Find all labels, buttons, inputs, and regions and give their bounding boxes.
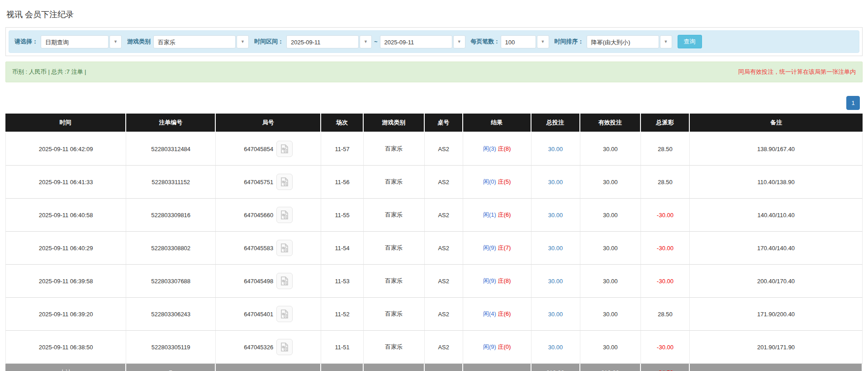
video-replay-button[interactable] xyxy=(276,174,293,190)
total-bet-link[interactable]: 30.00 xyxy=(548,311,563,318)
game-type-value[interactable]: 百家乐 xyxy=(153,35,236,48)
cell-time: 2025-09-11 06:39:58 xyxy=(5,265,126,298)
result-player: 闲(3) xyxy=(483,145,496,152)
cell-round-id: 647045401 xyxy=(216,298,321,331)
cell-session: 11-52 xyxy=(321,298,364,331)
video-replay-button[interactable] xyxy=(276,141,293,157)
cell-valid-bet: 30.00 xyxy=(580,133,641,166)
cell-table-no: AS2 xyxy=(425,232,463,265)
cell-session: 11-51 xyxy=(321,331,364,364)
cell-payout: -30.00 xyxy=(641,199,690,232)
betting-records-table: 时间注单编号局号场次游戏类别桌号结果总投注有效投注总派彩备注 2025-09-1… xyxy=(5,114,863,371)
subtotal-row: 小计 7 210.00 210.00 -34.50 xyxy=(5,364,863,371)
cell-bet-id: 522803306243 xyxy=(126,298,216,331)
page-size-select[interactable]: 100 ▼ xyxy=(501,35,549,48)
table-row: 2025-09-11 06:40:29522803308802647045583… xyxy=(5,232,863,265)
table-body: 2025-09-11 06:42:09522803312484647045854… xyxy=(5,133,863,364)
summary-warning-text: 同局有效投注，统一计算在该局第一张注单内 xyxy=(738,68,856,76)
page-size-value[interactable]: 100 xyxy=(501,35,536,48)
subtotal-total-bet: 210.00 xyxy=(531,364,580,371)
video-replay-button[interactable] xyxy=(276,207,293,223)
table-row: 2025-09-11 06:38:50522803305119647045326… xyxy=(5,331,863,364)
cell-session: 11-56 xyxy=(321,166,364,199)
cell-payout: -30.00 xyxy=(641,265,690,298)
cell-result: 闲(9) 庄(0) xyxy=(463,331,531,364)
total-bet-link[interactable]: 30.00 xyxy=(548,212,563,219)
cell-round-id: 647045854 xyxy=(216,133,321,166)
cell-time: 2025-09-11 06:38:50 xyxy=(5,331,126,364)
time-range-label: 时间区间： xyxy=(254,38,284,46)
filter-toolbar: 请选择： 日期查询 ▼ 游戏类别 百家乐 ▼ 时间区间： 2025-09-11 … xyxy=(9,30,859,53)
date-from-select[interactable]: 2025-09-11 ▼ xyxy=(286,35,372,48)
total-bet-link[interactable]: 30.00 xyxy=(548,278,563,285)
video-replay-button[interactable] xyxy=(276,306,293,322)
filter-panel: 请选择： 日期查询 ▼ 游戏类别 百家乐 ▼ 时间区间： 2025-09-11 … xyxy=(5,27,863,56)
column-header-1: 注单编号 xyxy=(126,114,216,133)
time-sort-value[interactable]: 降幂(由大到小) xyxy=(587,35,659,48)
cell-table-no: AS2 xyxy=(425,265,463,298)
cell-bet-id: 522803312484 xyxy=(126,133,216,166)
column-header-9: 总派彩 xyxy=(641,114,690,133)
game-type-select[interactable]: 百家乐 ▼ xyxy=(153,35,249,48)
cell-bet-id: 522803311152 xyxy=(126,166,216,199)
cell-payout: 28.50 xyxy=(641,166,690,199)
cell-session: 11-55 xyxy=(321,199,364,232)
page-button-1[interactable]: 1 xyxy=(846,96,860,110)
video-file-icon xyxy=(280,342,289,352)
time-sort-select[interactable]: 降幂(由大到小) ▼ xyxy=(587,35,672,48)
result-banker: 庄(6) xyxy=(498,310,511,317)
result-banker: 庄(6) xyxy=(498,211,511,218)
video-replay-button[interactable] xyxy=(276,339,293,355)
date-to-select[interactable]: 2025-09-11 ▼ xyxy=(380,35,465,48)
total-bet-link[interactable]: 30.00 xyxy=(548,146,563,152)
cell-total-bet: 30.00 xyxy=(531,133,580,166)
cell-game-type: 百家乐 xyxy=(364,331,425,364)
video-file-icon xyxy=(280,309,289,319)
column-header-4: 游戏类别 xyxy=(364,114,425,133)
round-id-text: 647045660 xyxy=(244,212,273,219)
cell-game-type: 百家乐 xyxy=(364,298,425,331)
cell-session: 11-53 xyxy=(321,265,364,298)
video-file-icon xyxy=(280,243,289,253)
cell-valid-bet: 30.00 xyxy=(580,232,641,265)
chevron-down-icon[interactable]: ▼ xyxy=(360,35,372,48)
column-header-5: 桌号 xyxy=(425,114,463,133)
cell-table-no: AS2 xyxy=(425,133,463,166)
total-bet-link[interactable]: 30.00 xyxy=(548,179,563,186)
cell-time: 2025-09-11 06:39:20 xyxy=(5,298,126,331)
column-header-8: 有效投注 xyxy=(580,114,641,133)
round-id-text: 647045854 xyxy=(244,146,273,152)
chevron-down-icon[interactable]: ▼ xyxy=(453,35,465,48)
result-banker: 庄(8) xyxy=(498,145,511,152)
cell-game-type: 百家乐 xyxy=(364,199,425,232)
round-id-text: 647045583 xyxy=(244,245,273,252)
cell-remark: 200.40/170.40 xyxy=(690,265,863,298)
column-header-10: 备注 xyxy=(690,114,863,133)
page-size-label: 每页笔数 : xyxy=(471,38,498,46)
query-type-select[interactable]: 日期查询 ▼ xyxy=(41,35,122,48)
chevron-down-icon[interactable]: ▼ xyxy=(660,35,672,48)
total-bet-link[interactable]: 30.00 xyxy=(548,344,563,351)
betting-records-page: 视讯 会员下注纪录 请选择： 日期查询 ▼ 游戏类别 百家乐 ▼ 时间区间： 2… xyxy=(0,0,868,371)
chevron-down-icon[interactable]: ▼ xyxy=(237,35,249,48)
video-replay-button[interactable] xyxy=(276,273,293,289)
query-type-value[interactable]: 日期查询 xyxy=(41,35,109,48)
video-replay-button[interactable] xyxy=(276,240,293,256)
cell-valid-bet: 30.00 xyxy=(580,199,641,232)
column-header-2: 局号 xyxy=(216,114,321,133)
result-player: 闲(0) xyxy=(483,178,496,185)
chevron-down-icon[interactable]: ▼ xyxy=(537,35,549,48)
round-id-text: 647045751 xyxy=(244,179,273,186)
cell-session: 11-57 xyxy=(321,133,364,166)
search-button[interactable]: 查询 xyxy=(678,35,702,48)
cell-remark: 170.40/140.40 xyxy=(690,232,863,265)
cell-valid-bet: 30.00 xyxy=(580,166,641,199)
cell-time: 2025-09-11 06:40:29 xyxy=(5,232,126,265)
total-bet-link[interactable]: 30.00 xyxy=(548,245,563,252)
cell-result: 闲(9) 庄(7) xyxy=(463,232,531,265)
date-from-value[interactable]: 2025-09-11 xyxy=(286,35,359,48)
date-to-value[interactable]: 2025-09-11 xyxy=(380,35,452,48)
cell-remark: 171.90/200.40 xyxy=(690,298,863,331)
cell-result: 闲(3) 庄(8) xyxy=(463,133,531,166)
chevron-down-icon[interactable]: ▼ xyxy=(109,35,122,48)
